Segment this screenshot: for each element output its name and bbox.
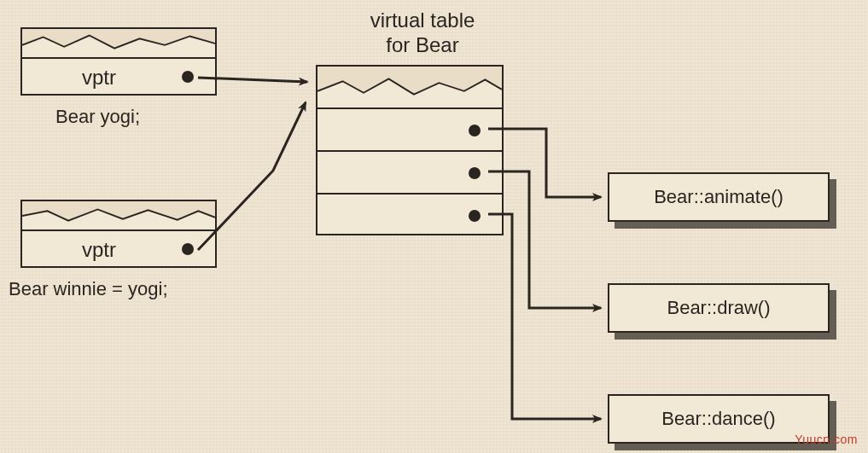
torn-edge-icon xyxy=(317,67,502,107)
vptr-label: vptr xyxy=(82,66,116,90)
caption-winnie: Bear winnie = yogi; xyxy=(9,278,168,300)
pointer-dot-icon xyxy=(182,71,194,83)
caption-yogi: Bear yogi; xyxy=(55,106,140,128)
object-winnie-body: vptr xyxy=(22,231,215,268)
object-yogi-body: vptr xyxy=(22,59,215,96)
watermark: Yuucn.com xyxy=(795,433,858,446)
object-winnie-header xyxy=(22,201,215,231)
torn-edge-icon xyxy=(22,29,215,57)
vptr-label: vptr xyxy=(82,238,116,262)
vtable-header xyxy=(317,67,502,109)
func-animate: Bear::animate() xyxy=(608,172,830,222)
arrow-slot1-animate xyxy=(488,129,601,197)
vtable-slot-2 xyxy=(317,152,502,195)
object-yogi-header xyxy=(22,29,215,59)
object-winnie: vptr xyxy=(20,200,217,268)
vtable-slot-3 xyxy=(317,195,502,237)
pointer-dot-icon xyxy=(182,243,194,255)
object-yogi: vptr xyxy=(20,27,217,96)
virtual-table xyxy=(316,65,504,235)
vtable-title-line2: for Bear xyxy=(386,33,458,56)
vtable-title: virtual table for Bear xyxy=(337,9,508,58)
arrow-slot2-draw xyxy=(488,171,601,308)
pointer-dot-icon xyxy=(469,210,481,222)
pointer-dot-icon xyxy=(469,125,481,136)
torn-edge-icon xyxy=(22,201,215,229)
func-draw: Bear::draw() xyxy=(608,283,830,333)
vtable-slot-1 xyxy=(317,109,502,152)
pointer-dot-icon xyxy=(469,167,481,179)
vtable-title-line1: virtual table xyxy=(370,9,475,32)
arrow-slot3-dance xyxy=(488,214,601,419)
